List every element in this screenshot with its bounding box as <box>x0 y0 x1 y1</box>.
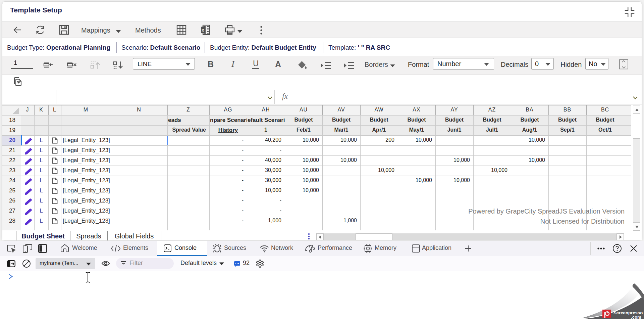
svg-text:.com: .com <box>631 315 641 319</box>
svg-text:x: x <box>202 28 204 33</box>
